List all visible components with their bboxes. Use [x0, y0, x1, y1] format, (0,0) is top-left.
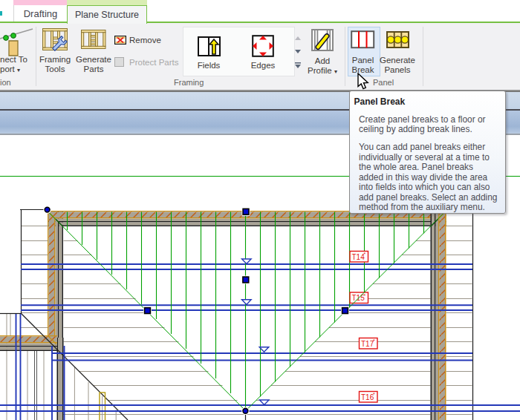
svg-text:*: *	[364, 293, 366, 298]
svg-text:*: *	[364, 252, 366, 257]
svg-text:*: *	[373, 338, 375, 344]
svg-text:*: *	[373, 392, 375, 397]
